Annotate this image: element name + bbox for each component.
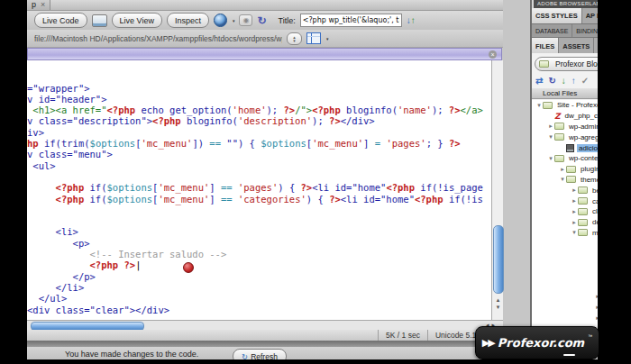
expand-triangle-icon[interactable]: ▸: [547, 123, 554, 130]
file-tree-item-label: wp-admin: [567, 123, 602, 131]
live-view-options-icon[interactable]: [306, 32, 321, 44]
scrollbar-arrow-icons[interactable]: ▲▼: [493, 296, 503, 318]
tab-close-icon[interactable]: ×: [41, 0, 45, 9]
info-bar: ×: [27, 48, 502, 60]
expand-triangle-icon[interactable]: ▸: [571, 219, 578, 226]
check-page-icon[interactable]: [92, 14, 107, 27]
expand-triangle-icon[interactable]: ▸: [571, 208, 578, 215]
code-line: <!-- Insertar saludo -->: [27, 249, 491, 259]
folder-icon: [543, 102, 553, 109]
code-line: <div class="clear"></div>: [27, 305, 491, 315]
document-toolbar: Live Code Live View Inspect ▾ ◉ ↻ Title:…: [27, 11, 503, 30]
letterbox-left: [0, 0, 27, 364]
put-file-icon[interactable]: ↑: [572, 76, 576, 86]
code-changed-message: You have made changes to the code.: [65, 350, 198, 359]
title-label: Title:: [279, 16, 296, 25]
address-stepper-icon[interactable]: ▴▾: [287, 32, 302, 45]
code-line: </p>: [27, 271, 491, 282]
code-line: [27, 171, 491, 182]
folder-icon: [578, 208, 588, 215]
folder-icon: [578, 229, 588, 236]
expand-triangle-icon[interactable]: ▸: [571, 197, 578, 205]
folder-icon: [554, 155, 564, 162]
file-size-status: 5K / 1 sec: [378, 330, 427, 341]
browser-navigation-bar: file:///Macintosh HD/Applications/XAMPP/…: [27, 30, 503, 48]
status-bar: 5K / 1 sec Unicode 5.1 UTF-: [27, 330, 503, 341]
code-line: v class="menu">: [27, 149, 491, 159]
letterbox-bottom: [0, 359, 631, 364]
refresh-files-icon[interactable]: ↻: [548, 76, 555, 86]
expand-triangle-icon[interactable]: ▾: [547, 133, 554, 141]
dreamweaver-window: p × Live Code Live View Inspect ▾ ◉ ↻ Ti…: [27, 0, 598, 359]
trademark-symbol: ™: [588, 333, 592, 339]
panel-tab-database[interactable]: DATABASE: [532, 24, 572, 38]
watermark-text: Profexor.com: [498, 336, 584, 350]
site-folder-icon: [539, 60, 549, 68]
code-line: v class="description"><?php bloginfo('de…: [27, 115, 491, 126]
folder-icon: [566, 176, 576, 183]
document-tab[interactable]: p ×: [27, 0, 50, 10]
code-line: ="wrapper">: [27, 83, 491, 94]
code-line: </li>: [27, 282, 491, 293]
code-editor[interactable]: ="wrapper">v id="header"> <h1><a href="<…: [27, 60, 491, 320]
code-lines: ="wrapper">v id="header"> <h1><a href="<…: [27, 83, 491, 315]
panel-tab-files[interactable]: FILES: [532, 38, 559, 54]
title-input[interactable]: [300, 14, 402, 27]
code-line: <p>: [27, 238, 491, 249]
panel-tab-css-styles[interactable]: CSS STYLES: [532, 8, 582, 23]
live-view-button[interactable]: Live View: [112, 13, 162, 28]
play-icon: ▶▶: [482, 337, 494, 349]
folder-icon: [578, 219, 588, 226]
validate-icon[interactable]: ◉: [239, 14, 252, 26]
close-infobar-icon[interactable]: ×: [489, 50, 497, 59]
code-line: <?php ?>|: [27, 259, 491, 270]
profexor-watermark: ▶▶ Profexor.com ™: [475, 326, 599, 359]
code-line: iv>: [27, 127, 491, 138]
file-management-icon[interactable]: ↓↑: [407, 16, 416, 25]
dropdown-caret-icon: ▾: [233, 18, 235, 23]
connect-icon[interactable]: ⇄: [535, 76, 543, 86]
code-line: <li>: [27, 226, 491, 237]
dropdown-caret-icon: ▾: [326, 36, 329, 41]
file-icon: [566, 144, 574, 152]
panel-tab-assets[interactable]: ASSETS: [559, 38, 594, 54]
folder-icon: [554, 123, 564, 130]
folder-icon: [578, 197, 588, 205]
site-name: Profexor Blog: [555, 59, 602, 68]
code-line: hp if(trim($options['mc_menu']) == "") {…: [27, 138, 491, 149]
checkout-icon[interactable]: ✓: [581, 76, 589, 86]
get-file-icon[interactable]: ↓: [562, 76, 566, 86]
live-code-button[interactable]: Live Code: [34, 13, 87, 28]
code-line: [27, 205, 491, 215]
code-line: v id="header">: [27, 94, 491, 105]
folder-icon: [578, 187, 588, 194]
expand-triangle-icon[interactable]: ▾: [547, 155, 554, 162]
vertical-scrollbar[interactable]: ▲▼: [491, 60, 503, 320]
document-tab-bar: p ×: [27, 0, 503, 11]
folder-icon: [554, 133, 564, 141]
vertical-scrollbar-thumb[interactable]: [493, 225, 504, 294]
expand-triangle-icon[interactable]: ▾: [559, 176, 566, 183]
expand-triangle-icon[interactable]: ▸: [571, 187, 578, 194]
watermark-dash: [563, 354, 575, 356]
horizontal-scrollbar[interactable]: ◂▸: [27, 320, 503, 330]
inspect-button[interactable]: Inspect: [167, 13, 209, 28]
letterbox-right: [598, 0, 631, 364]
code-line: <?php if($options['mc_menu'] == 'categor…: [27, 194, 491, 205]
folder-icon: [566, 166, 576, 173]
code-line: <?php if($options['mc_menu'] == 'pages')…: [27, 182, 491, 193]
expand-triangle-icon[interactable]: ▾: [571, 229, 578, 236]
document-tab-label: p: [32, 0, 36, 9]
refresh-view-icon[interactable]: ↻: [257, 14, 266, 27]
code-line: </ul>: [27, 293, 491, 304]
preview-in-browser-icon[interactable]: [214, 14, 227, 27]
expand-triangle-icon[interactable]: ▸: [559, 166, 566, 173]
code-line: <h1><a href="<?php echo get_option('home…: [27, 105, 491, 115]
click-marker-dot: [183, 262, 194, 273]
file-icon: Z: [554, 112, 561, 121]
code-line: [27, 215, 491, 226]
address-text[interactable]: file:///Macintosh HD/Applications/XAMPP/…: [34, 34, 282, 43]
code-line: <ul>: [27, 160, 491, 171]
expand-triangle-icon[interactable]: ▾: [535, 102, 543, 109]
